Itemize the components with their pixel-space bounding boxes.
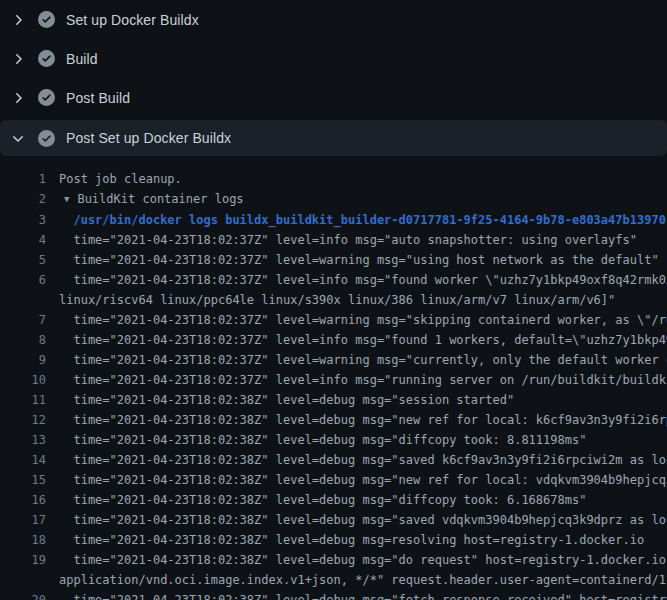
log-line-text: /usr/bin/docker logs buildx_buildkit_bui… bbox=[59, 210, 666, 230]
step-row[interactable]: Post Build bbox=[0, 78, 667, 117]
log-line: 11 time="2021-04-23T18:02:38Z" level=deb… bbox=[0, 390, 667, 410]
step-row[interactable]: Post Set up Docker Buildx bbox=[0, 120, 667, 156]
log-line-number[interactable]: 17 bbox=[0, 510, 46, 530]
log-line-text: Post job cleanup. bbox=[59, 169, 182, 189]
log-line-text: time="2021-04-23T18:02:38Z" level=debug … bbox=[59, 390, 514, 410]
group-toggle-icon[interactable]: ▼ bbox=[64, 189, 69, 209]
log-line-number[interactable]: 10 bbox=[0, 370, 46, 390]
log-line-text: time="2021-04-23T18:02:37Z" level=warnin… bbox=[59, 250, 659, 270]
log-line: 19 time="2021-04-23T18:02:38Z" level=deb… bbox=[0, 550, 667, 590]
log-line-number[interactable]: 7 bbox=[0, 310, 46, 330]
log-line-number[interactable]: 11 bbox=[0, 390, 46, 410]
log-line-number[interactable]: 20 bbox=[0, 590, 46, 600]
check-circle-icon bbox=[38, 11, 55, 28]
log-line-text: time="2021-04-23T18:02:37Z" level=info m… bbox=[59, 370, 667, 390]
log-line-text: time="2021-04-23T18:02:38Z" level=debug … bbox=[59, 590, 667, 600]
log-line: 6 time="2021-04-23T18:02:37Z" level=info… bbox=[0, 270, 667, 310]
log-line-number[interactable]: 6 bbox=[0, 270, 46, 310]
step-row[interactable]: Set up Docker Buildx bbox=[0, 0, 667, 39]
log-line-number[interactable]: 9 bbox=[0, 350, 46, 370]
log-line-text: time="2021-04-23T18:02:37Z" level=info m… bbox=[59, 330, 667, 350]
step-label: Build bbox=[66, 51, 98, 67]
step-row[interactable]: Build bbox=[0, 39, 667, 78]
log-line: 20 time="2021-04-23T18:02:38Z" level=deb… bbox=[0, 590, 667, 600]
log-line: 9 time="2021-04-23T18:02:37Z" level=warn… bbox=[0, 350, 667, 370]
step-label: Post Set up Docker Buildx bbox=[66, 130, 231, 146]
log-line: 3 /usr/bin/docker logs buildx_buildkit_b… bbox=[0, 210, 667, 230]
log-line: 16 time="2021-04-23T18:02:38Z" level=deb… bbox=[0, 490, 667, 510]
log-line-number[interactable]: 14 bbox=[0, 450, 46, 470]
step-label: Set up Docker Buildx bbox=[66, 12, 199, 28]
log-line-number[interactable]: 15 bbox=[0, 470, 46, 490]
log-line-text: ▼BuildKit container logs bbox=[59, 189, 244, 210]
log-line-text: time="2021-04-23T18:02:38Z" level=debug … bbox=[59, 530, 644, 550]
log-line: 17 time="2021-04-23T18:02:38Z" level=deb… bbox=[0, 510, 667, 530]
log-line: 4 time="2021-04-23T18:02:37Z" level=info… bbox=[0, 230, 667, 250]
log-line-text: time="2021-04-23T18:02:38Z" level=debug … bbox=[59, 550, 667, 590]
log-line: 5 time="2021-04-23T18:02:37Z" level=warn… bbox=[0, 250, 667, 270]
check-circle-icon bbox=[38, 50, 55, 67]
chevron-down-icon[interactable] bbox=[10, 130, 26, 146]
log-line-number[interactable]: 2 bbox=[0, 189, 46, 210]
steps-list: Set up Docker Buildx Build Post Build bbox=[0, 0, 667, 156]
log-viewer[interactable]: 1 Post job cleanup. 2 ▼BuildKit containe… bbox=[0, 156, 667, 600]
log-line-text: time="2021-04-23T18:02:38Z" level=debug … bbox=[59, 430, 586, 450]
log-line-number[interactable]: 3 bbox=[0, 210, 46, 230]
log-line: 15 time="2021-04-23T18:02:38Z" level=deb… bbox=[0, 470, 667, 490]
log-line: 12 time="2021-04-23T18:02:38Z" level=deb… bbox=[0, 410, 667, 430]
log-line-text: time="2021-04-23T18:02:37Z" level=warnin… bbox=[59, 350, 667, 370]
chevron-right-icon[interactable] bbox=[10, 51, 26, 67]
log-line-text: time="2021-04-23T18:02:38Z" level=debug … bbox=[59, 470, 667, 490]
log-line-number[interactable]: 8 bbox=[0, 330, 46, 350]
log-line-text: time="2021-04-23T18:02:37Z" level=warnin… bbox=[59, 310, 667, 330]
log-line-number[interactable]: 4 bbox=[0, 230, 46, 250]
log-line: 7 time="2021-04-23T18:02:37Z" level=warn… bbox=[0, 310, 667, 330]
log-line: 1 Post job cleanup. bbox=[0, 169, 667, 189]
log-line: 10 time="2021-04-23T18:02:37Z" level=inf… bbox=[0, 370, 667, 390]
log-line: 8 time="2021-04-23T18:02:37Z" level=info… bbox=[0, 330, 667, 350]
log-line-number[interactable]: 5 bbox=[0, 250, 46, 270]
chevron-right-icon[interactable] bbox=[10, 90, 26, 106]
step-label: Post Build bbox=[66, 90, 130, 106]
log-line: 14 time="2021-04-23T18:02:38Z" level=deb… bbox=[0, 450, 667, 470]
chevron-right-icon[interactable] bbox=[10, 12, 26, 28]
log-line-number[interactable]: 12 bbox=[0, 410, 46, 430]
log-line-text: time="2021-04-23T18:02:38Z" level=debug … bbox=[59, 510, 667, 530]
log-line-number[interactable]: 1 bbox=[0, 169, 46, 189]
log-line-text: time="2021-04-23T18:02:37Z" level=info m… bbox=[59, 270, 667, 310]
log-line: 18 time="2021-04-23T18:02:38Z" level=deb… bbox=[0, 530, 667, 550]
log-line-text: time="2021-04-23T18:02:37Z" level=info m… bbox=[59, 230, 637, 250]
log-line-text: time="2021-04-23T18:02:38Z" level=debug … bbox=[59, 450, 667, 470]
check-circle-icon bbox=[38, 130, 55, 147]
log-line-number[interactable]: 13 bbox=[0, 430, 46, 450]
log-line: 2 ▼BuildKit container logs bbox=[0, 189, 667, 210]
check-circle-icon bbox=[38, 89, 55, 106]
log-line-text: time="2021-04-23T18:02:38Z" level=debug … bbox=[59, 410, 667, 430]
log-line: 13 time="2021-04-23T18:02:38Z" level=deb… bbox=[0, 430, 667, 450]
log-line-number[interactable]: 19 bbox=[0, 550, 46, 590]
log-line-number[interactable]: 18 bbox=[0, 530, 46, 550]
log-line-text: time="2021-04-23T18:02:38Z" level=debug … bbox=[59, 490, 586, 510]
log-line-number[interactable]: 16 bbox=[0, 490, 46, 510]
